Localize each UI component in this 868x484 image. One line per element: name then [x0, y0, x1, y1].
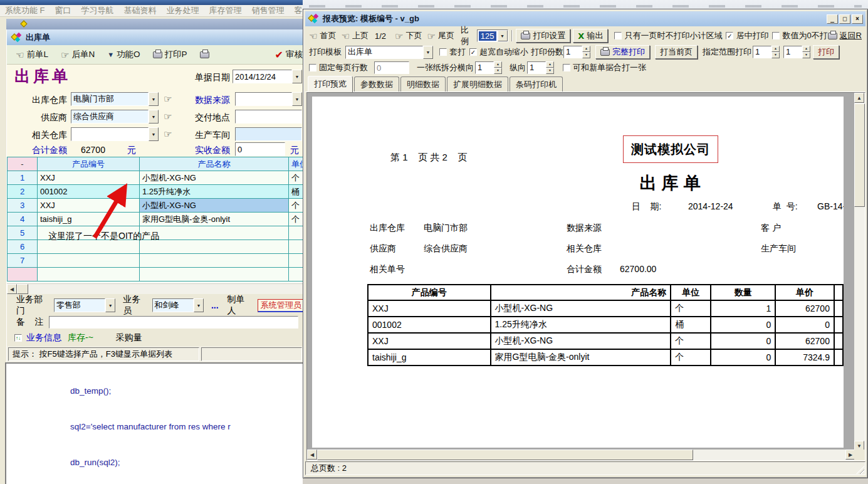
- maximize-icon[interactable]: □: [839, 14, 850, 24]
- print-menu-button[interactable]: 打印P: [153, 49, 187, 60]
- menu-item-window[interactable]: 窗口: [50, 5, 76, 16]
- cell-name[interactable]: 1.25升纯净水: [140, 185, 289, 199]
- next-doc-button[interactable]: ☞后单N: [61, 49, 95, 60]
- spin-up-icon[interactable]: ▲: [582, 46, 590, 52]
- chevron-down-icon[interactable]: ▼: [149, 110, 159, 124]
- cell-name[interactable]: [140, 254, 289, 268]
- prev-page-button[interactable]: ☜上页: [341, 30, 368, 41]
- back-button[interactable]: 返回R: [828, 30, 862, 41]
- grid-row[interactable]: 7: [8, 254, 303, 268]
- more-button[interactable]: ...: [211, 300, 219, 310]
- close-icon[interactable]: ×: [852, 14, 863, 24]
- chevron-down-icon[interactable]: ▼: [105, 298, 115, 312]
- export-button[interactable]: X输出: [573, 29, 608, 43]
- spin-up-icon[interactable]: ▲: [802, 46, 810, 52]
- first-page-button[interactable]: ☜首页: [309, 30, 336, 41]
- supplier-combobox[interactable]: 综合供应商▼: [71, 110, 159, 124]
- warehouse-combobox[interactable]: 电脑门市部▼: [71, 92, 159, 106]
- stock-link[interactable]: 库存-~: [68, 332, 93, 344]
- spin-up-icon[interactable]: ▲: [771, 46, 780, 52]
- split-horizontal-stepper[interactable]: 1 ▲▼: [475, 61, 502, 74]
- spin-down-icon[interactable]: ▼: [771, 52, 780, 58]
- no-subtotal-checkbox[interactable]: 只有一页时不打印小计区域: [614, 30, 722, 41]
- scrollbar-thumb[interactable]: [17, 284, 28, 294]
- grid-row[interactable]: 2 001002 1.25升纯净水 桶: [8, 185, 303, 199]
- template-combobox[interactable]: 出库单▼: [345, 46, 433, 59]
- scrollbar-thumb[interactable]: [854, 103, 865, 207]
- cell-unit[interactable]: 桶: [289, 185, 303, 199]
- scrollbar-thumb[interactable]: [317, 450, 693, 460]
- print-button[interactable]: 打印: [813, 45, 839, 59]
- full-print-button[interactable]: 完整打印: [595, 45, 650, 59]
- next-page-button[interactable]: ☞下页: [395, 30, 422, 41]
- menu-item-learning[interactable]: 学习导航: [76, 5, 119, 16]
- scroll-up-icon[interactable]: ▲: [854, 93, 864, 103]
- auto-shrink-checkbox[interactable]: ✓超宽自动缩小: [469, 46, 528, 58]
- range-to-stepper[interactable]: 1 ▲▼: [783, 46, 810, 58]
- date-combobox[interactable]: 2014/12/24▼: [233, 70, 302, 83]
- last-page-button[interactable]: ☞尾页: [427, 30, 454, 41]
- resize-grip-icon[interactable]: [856, 466, 864, 474]
- chevron-down-icon[interactable]: ▼: [292, 92, 302, 106]
- dept-combobox[interactable]: 零售部▼: [54, 298, 116, 312]
- lookup-hand-icon[interactable]: ☞: [164, 93, 172, 105]
- chevron-down-icon[interactable]: ▼: [194, 298, 204, 312]
- fixed-rows-checkbox[interactable]: 固定每页行数: [309, 62, 368, 73]
- cell-code[interactable]: XXJ: [38, 199, 140, 213]
- prev-doc-button[interactable]: ☜前单L: [16, 49, 48, 60]
- tab-barcode-printer[interactable]: 条码打印机: [510, 76, 563, 92]
- source-combobox[interactable]: ▼: [235, 92, 302, 106]
- cell-unit[interactable]: [289, 254, 303, 268]
- remark-input[interactable]: [49, 316, 298, 329]
- cell-name[interactable]: [140, 226, 289, 240]
- scale-combobox[interactable]: 125▼: [477, 29, 508, 42]
- functions-button[interactable]: ▼功能O: [107, 49, 140, 60]
- split-vertical-stepper[interactable]: 1 ▲▼: [527, 61, 554, 74]
- delivery-input[interactable]: [235, 110, 302, 124]
- tab-detail-data[interactable]: 明细数据: [400, 76, 446, 92]
- checkbox-icon[interactable]: [614, 32, 622, 39]
- code-editor-panel[interactable]: db_temp(); sql2='select manufacturer fro…: [5, 362, 303, 484]
- lookup-hand-icon[interactable]: ☞: [164, 129, 172, 140]
- menu-item-system[interactable]: 系统功能 F: [0, 5, 50, 16]
- tab-print-preview[interactable]: 打印预览: [308, 76, 353, 92]
- scroll-left-icon[interactable]: ◀: [307, 450, 317, 460]
- grid-row[interactable]: 3 XXJ 小型机-XG-NG 个: [8, 199, 303, 213]
- zero-noprint-checkbox[interactable]: 数值为0不打: [772, 30, 827, 41]
- checkbox-checked-icon[interactable]: ✓: [469, 48, 477, 56]
- spin-down-icon[interactable]: ▼: [494, 68, 502, 74]
- spin-down-icon[interactable]: ▼: [582, 52, 590, 58]
- workshop-input[interactable]: [235, 127, 302, 141]
- cell-code[interactable]: XXJ: [38, 171, 140, 185]
- copies-stepper[interactable]: 1 ▲▼: [563, 46, 590, 58]
- tab-parameter-data[interactable]: 参数数据: [354, 76, 399, 92]
- checkbox-icon[interactable]: [439, 48, 447, 56]
- fixed-rows-input[interactable]: 0: [374, 61, 409, 74]
- chevron-down-icon[interactable]: ▼: [498, 30, 508, 41]
- chevron-down-icon[interactable]: ▼: [292, 70, 302, 83]
- cell-name-selected[interactable]: 小型机-XG-NG: [140, 199, 289, 213]
- checkbox-icon[interactable]: [772, 32, 780, 39]
- checkbox-icon[interactable]: [563, 64, 570, 71]
- combine-print-checkbox[interactable]: 可和新单据合打一张: [563, 62, 646, 73]
- lookup-hand-icon[interactable]: ☞: [164, 111, 172, 122]
- cell-unit[interactable]: [289, 240, 303, 254]
- menu-item-inventory[interactable]: 库存管理: [204, 5, 247, 16]
- tab-extended-detail[interactable]: 扩展明细数据: [447, 76, 508, 92]
- checkbox-checked-icon[interactable]: ✓: [726, 32, 733, 39]
- cell-unit[interactable]: [289, 226, 303, 240]
- menu-item-business[interactable]: 业务处理: [162, 5, 204, 16]
- cell-unit[interactable]: 个: [289, 213, 303, 226]
- related-warehouse-combobox[interactable]: ▼: [71, 127, 159, 141]
- menu-item-sales[interactable]: 销售管理: [247, 5, 290, 16]
- checkbox-icon[interactable]: [309, 64, 316, 71]
- range-from-stepper[interactable]: 1 ▲▼: [753, 46, 780, 58]
- cell-name[interactable]: 小型机-XG-NG: [140, 171, 289, 185]
- refresh-icon[interactable]: ↑↓: [14, 334, 22, 342]
- preview-horizontal-scrollbar[interactable]: ◀ ▶: [307, 450, 855, 460]
- spin-down-icon[interactable]: ▼: [802, 52, 810, 58]
- cell-unit[interactable]: 个: [289, 199, 303, 213]
- center-print-checkbox[interactable]: ✓居中打印: [726, 30, 768, 41]
- clerk-combobox[interactable]: 和剑峰▼: [152, 298, 204, 312]
- cell-unit[interactable]: 个: [289, 171, 303, 185]
